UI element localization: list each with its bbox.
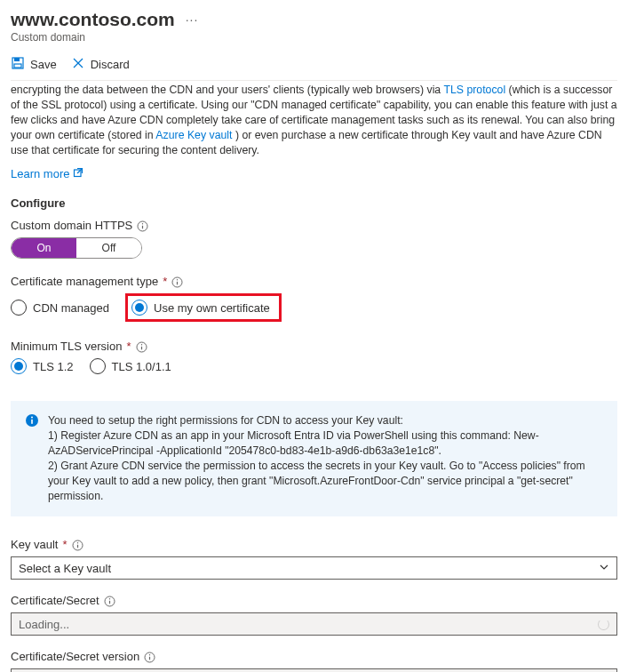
svg-point-21	[76, 542, 77, 543]
permissions-callout: You need to setup the right permissions …	[11, 401, 617, 516]
cert-type-radio-group: CDN managed Use my own certificate	[11, 293, 617, 322]
callout-line-1: You need to setup the right permissions …	[48, 413, 603, 428]
radio-icon	[90, 358, 106, 374]
toggle-on[interactable]: On	[12, 238, 76, 258]
save-button[interactable]: Save	[11, 56, 57, 73]
dropdown-value: Select a Key vault	[19, 562, 111, 575]
cert-secret-label-text: Certificate/Secret	[11, 594, 99, 607]
info-icon[interactable]	[137, 220, 148, 231]
intro-text: encrypting the data between the CDN and …	[11, 83, 617, 158]
key-vault-label-text: Key vault	[11, 538, 58, 551]
close-icon	[71, 56, 85, 73]
info-icon[interactable]	[104, 595, 115, 606]
radio-icon	[131, 300, 147, 316]
radio-own-certificate[interactable]: Use my own certificate	[131, 300, 270, 316]
svg-point-9	[142, 223, 143, 224]
tls-label-text: Minimum TLS version	[11, 340, 122, 353]
svg-point-15	[140, 344, 141, 345]
https-label-text: Custom domain HTTPS	[11, 219, 132, 232]
radio-cdn-managed[interactable]: CDN managed	[11, 300, 109, 316]
key-vault-dropdown[interactable]: Select a Key vault	[11, 556, 617, 580]
toggle-off[interactable]: Off	[76, 238, 141, 258]
discard-button[interactable]: Discard	[71, 56, 130, 73]
save-label: Save	[30, 58, 57, 71]
tls-protocol-link[interactable]: TLS protocol	[443, 84, 505, 96]
chevron-down-icon	[599, 562, 609, 575]
info-icon[interactable]	[136, 340, 147, 352]
svg-point-27	[149, 654, 150, 655]
svg-point-12	[177, 279, 178, 280]
page-title: www.contoso.com	[11, 9, 175, 30]
radio-label: TLS 1.2	[33, 360, 74, 373]
loading-spinner-icon	[598, 619, 609, 630]
required-marker: *	[126, 340, 131, 353]
callout-line-3: 2) Grant Azure CDN service the permissio…	[48, 459, 603, 504]
svg-rect-2	[14, 64, 21, 68]
svg-line-6	[77, 169, 83, 174]
required-marker: *	[62, 538, 67, 551]
save-icon	[11, 56, 25, 73]
radio-icon	[11, 358, 27, 374]
info-icon[interactable]	[171, 276, 183, 287]
learn-more-label: Learn more	[11, 167, 69, 180]
svg-point-24	[109, 598, 110, 599]
cert-secret-version-label-text: Certificate/Secret version	[11, 650, 139, 663]
cert-secret-version-dropdown[interactable]: Loading...	[11, 668, 617, 672]
callout-line-2: 1) Register Azure CDN as an app in your …	[48, 428, 603, 459]
intro-segment-1: encrypting the data between the CDN and …	[11, 84, 443, 96]
required-marker: *	[163, 275, 167, 288]
tls-version-label: Minimum TLS version *	[11, 340, 617, 353]
learn-more-link[interactable]: Learn more	[11, 167, 83, 180]
tls-radio-group: TLS 1.2 TLS 1.0/1.1	[11, 358, 617, 374]
azure-key-vault-link[interactable]: Azure Key vault	[155, 129, 232, 141]
divider	[11, 80, 617, 81]
info-icon[interactable]	[144, 651, 155, 662]
info-icon[interactable]	[72, 539, 83, 550]
radio-label: CDN managed	[33, 301, 109, 315]
cert-type-label-text: Certificate management type	[11, 275, 158, 288]
svg-rect-17	[31, 420, 33, 424]
external-link-icon	[73, 167, 83, 180]
discard-label: Discard	[91, 58, 130, 71]
cert-secret-label: Certificate/Secret	[11, 594, 617, 607]
radio-icon	[11, 300, 27, 316]
cert-secret-version-label: Certificate/Secret version	[11, 650, 617, 663]
highlight-box: Use my own certificate	[125, 293, 282, 322]
key-vault-label: Key vault *	[11, 538, 617, 551]
toolbar: Save Discard	[11, 56, 617, 73]
info-icon	[25, 413, 39, 504]
more-button[interactable]: ···	[186, 12, 199, 27]
callout-text: You need to setup the right permissions …	[48, 413, 603, 504]
https-toggle[interactable]: On Off	[11, 237, 142, 259]
radio-tls1011[interactable]: TLS 1.0/1.1	[90, 358, 171, 374]
radio-label: TLS 1.0/1.1	[112, 360, 171, 373]
dropdown-value: Loading...	[19, 618, 69, 631]
configure-heading: Configure	[11, 196, 617, 210]
radio-label: Use my own certificate	[154, 301, 270, 315]
radio-tls12[interactable]: TLS 1.2	[11, 358, 74, 374]
https-label: Custom domain HTTPS	[11, 219, 617, 232]
page-subtitle: Custom domain	[11, 31, 617, 44]
cert-secret-dropdown[interactable]: Loading...	[11, 612, 617, 636]
svg-rect-1	[14, 58, 20, 61]
cert-type-label: Certificate management type *	[11, 275, 617, 288]
svg-point-18	[31, 417, 33, 419]
